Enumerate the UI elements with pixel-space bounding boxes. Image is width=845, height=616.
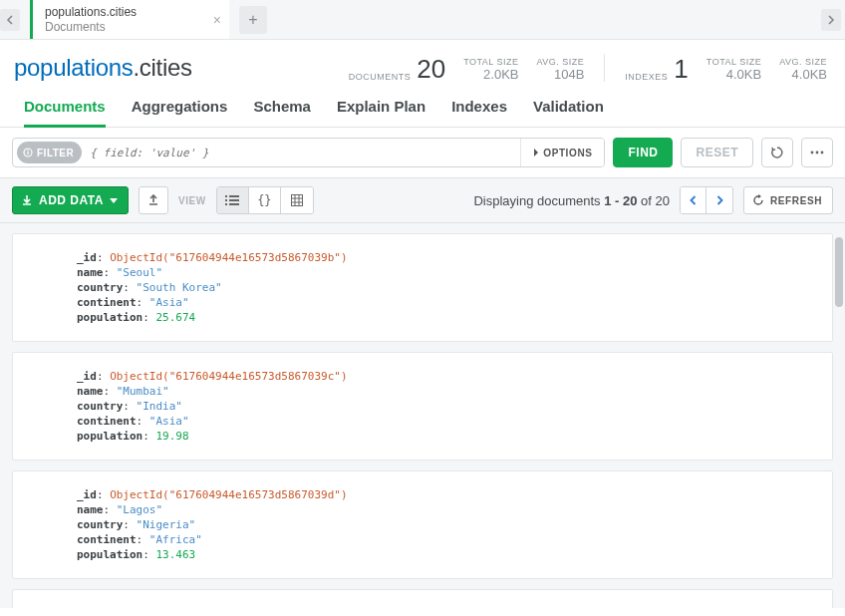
tab-aggregations[interactable]: Aggregations (132, 98, 228, 127)
view-table-button[interactable] (281, 187, 313, 213)
svg-rect-2 (27, 150, 28, 151)
document-field: _id: ObjectId("617604944e16573d5867039d"… (77, 487, 814, 502)
tabbar-back[interactable] (0, 0, 20, 39)
collection-tabs: Documents Aggregations Schema Explain Pl… (0, 82, 845, 128)
filter-field[interactable]: FILTER OPTIONS (12, 138, 605, 167)
info-icon (23, 148, 33, 157)
pager-prefix: Displaying documents (473, 193, 604, 208)
chevron-right-icon (827, 15, 835, 25)
reset-button[interactable]: RESET (681, 138, 753, 167)
stat-docs-totalsize-label: TOTAL SIZE (463, 57, 518, 67)
view-switcher: {} (216, 186, 314, 214)
query-bar: FILTER OPTIONS FIND RESET (0, 128, 845, 178)
refresh-icon (752, 194, 764, 206)
svg-point-3 (811, 152, 814, 154)
refresh-button[interactable]: REFRESH (743, 186, 833, 214)
document-field: population: 19.98 (77, 429, 814, 444)
namespace-coll: cities (140, 54, 192, 81)
filter-label: FILTER (37, 148, 74, 158)
svg-rect-11 (229, 203, 239, 205)
caret-down-icon (110, 198, 118, 203)
tab-indexes[interactable]: Indexes (451, 98, 507, 127)
doc-toolbar: ADD DATA VIEW {} Displaying documents 1 … (0, 178, 845, 223)
pager-buttons (680, 186, 733, 214)
document-card[interactable]: _id: ObjectId("617604944e16573d5867039d"… (12, 470, 833, 579)
tabbar-forward[interactable] (821, 0, 841, 39)
page-next-button[interactable] (706, 187, 732, 213)
caret-right-icon (533, 149, 539, 156)
document-field: continent: "Asia" (77, 414, 814, 429)
stat-indexes-count: 1 (674, 56, 688, 82)
document-card[interactable]: _id: ObjectId("617604944e16573d5867039b"… (12, 233, 833, 342)
filter-input[interactable] (82, 139, 520, 166)
stat-idx-avgsize-label: AVG. SIZE (779, 57, 827, 67)
svg-rect-8 (225, 199, 227, 201)
stat-docs-avgsize: 104B (536, 67, 584, 82)
refresh-label: REFRESH (770, 195, 822, 206)
add-data-button[interactable]: ADD DATA (12, 186, 129, 214)
close-icon[interactable]: × (213, 12, 221, 28)
view-json-button[interactable]: {} (249, 187, 281, 213)
stat-documents-label: DOCUMENTS (349, 72, 412, 82)
stats: DOCUMENTS 20 TOTAL SIZE 2.0KB AVG. SIZE … (349, 54, 827, 82)
chevron-left-icon (6, 15, 14, 25)
chevron-right-icon (716, 195, 723, 205)
document-field: continent: "Asia" (77, 295, 814, 310)
list-icon (225, 195, 239, 205)
find-button[interactable]: FIND (613, 138, 673, 167)
document-field: country: "India" (77, 399, 814, 414)
document-field: _id: ObjectId("617604944e16573d5867039c"… (77, 369, 814, 384)
svg-rect-6 (225, 195, 227, 197)
svg-rect-12 (291, 195, 302, 206)
options-button[interactable]: OPTIONS (520, 139, 604, 166)
tab-documents[interactable]: Documents (24, 98, 106, 128)
pager-total: 20 (656, 193, 670, 208)
new-tab-button[interactable]: + (239, 6, 267, 34)
document-field: _id: ObjectId("617604944e16573d5867039b"… (77, 250, 814, 265)
stat-documents-count: 20 (417, 56, 445, 82)
pager-text: Displaying documents 1 - 20 of 20 (473, 193, 670, 208)
view-label: VIEW (178, 195, 206, 206)
document-card[interactable]: _id: ObjectId("617604944e16573d5867039c"… (12, 352, 833, 461)
tab-subtitle: Documents (45, 20, 217, 34)
namespace: populations.cities (14, 54, 192, 82)
document-card[interactable]: _id: ObjectId("617604944e16573d5867039e"… (12, 589, 833, 608)
stat-indexes-label: INDEXES (625, 72, 668, 82)
documents-list[interactable]: _id: ObjectId("617604944e16573d5867039b"… (0, 223, 845, 608)
tab-title: populations.cities (45, 5, 217, 19)
more-button[interactable] (801, 138, 833, 167)
tab-explain[interactable]: Explain Plan (337, 98, 425, 127)
tab-schema[interactable]: Schema (253, 98, 311, 127)
document-field: population: 13.463 (77, 547, 814, 562)
export-button[interactable] (139, 186, 168, 214)
svg-rect-9 (229, 199, 239, 201)
scrollbar-thumb[interactable] (835, 237, 843, 307)
stat-idx-totalsize-label: TOTAL SIZE (706, 57, 761, 67)
tabbar: populations.cities Documents × + (0, 0, 845, 40)
collection-header: populations.cities DOCUMENTS 20 TOTAL SI… (0, 40, 845, 82)
options-label: OPTIONS (543, 148, 592, 158)
document-field: name: "Mumbai" (77, 384, 814, 399)
stat-docs-totalsize: 2.0KB (463, 67, 518, 82)
chevron-left-icon (690, 195, 697, 205)
ellipsis-icon (810, 151, 824, 154)
page-prev-button[interactable] (681, 187, 706, 213)
svg-rect-7 (229, 195, 239, 197)
export-icon (147, 194, 159, 206)
tab-validation[interactable]: Validation (533, 98, 604, 127)
history-button[interactable] (761, 138, 793, 167)
document-field: continent: "Africa" (77, 532, 814, 547)
stat-docs-avgsize-label: AVG. SIZE (536, 57, 584, 67)
svg-rect-1 (27, 152, 28, 154)
document-field: name: "Lagos" (77, 502, 814, 517)
table-icon (291, 194, 303, 206)
document-field: population: 25.674 (77, 310, 814, 325)
workspace-tab[interactable]: populations.cities Documents × (30, 0, 229, 39)
stat-idx-totalsize: 4.0KB (706, 67, 761, 82)
history-icon (770, 146, 784, 159)
svg-point-4 (816, 152, 819, 154)
view-list-button[interactable] (217, 187, 249, 213)
pager-range: 1 - 20 (604, 193, 637, 208)
document-field: country: "South Korea" (77, 280, 814, 295)
namespace-db[interactable]: populations (14, 54, 133, 81)
